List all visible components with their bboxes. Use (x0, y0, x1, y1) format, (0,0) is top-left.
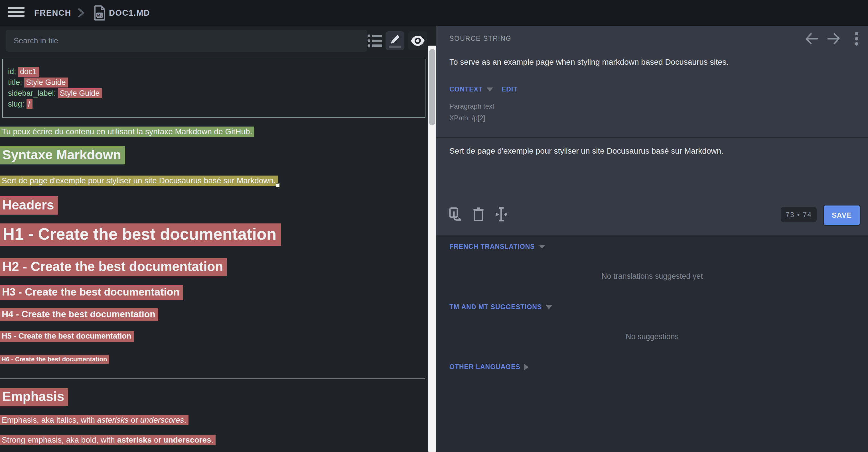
other-languages-caret-icon (524, 364, 528, 370)
edit-context-link[interactable]: EDIT (502, 86, 518, 93)
breadcrumb-file[interactable]: DOC1.MD (109, 0, 150, 26)
paragraph-emphasis: Emphasis, aka italics, with asterisks or… (0, 416, 188, 425)
source-string-label: SOURCE STRING (450, 35, 512, 42)
paragraph-strong: Strong emphasis, aka bold, with asterisk… (0, 435, 216, 445)
heading-syntaxe-markdown: Syntaxe Markdown (0, 147, 125, 162)
source-string-text: To serve as an example page when styling… (450, 58, 728, 67)
pencil-icon (389, 34, 401, 45)
string-h4[interactable]: H4 - Create the best documentation (0, 308, 158, 321)
heading-h1: H1 - Create the best documentation (0, 225, 281, 244)
file-toolbar (0, 26, 436, 59)
horizontal-rule (0, 378, 425, 379)
markdown-badge: M↓ (97, 13, 102, 18)
selection-handle[interactable] (276, 183, 280, 187)
search-input[interactable] (6, 30, 367, 52)
eye-icon (410, 36, 425, 46)
heading-headers: Headers (0, 197, 58, 213)
heading-h6: H6 - Create the best documentation (0, 356, 109, 363)
heading-h2: H2 - Create the best documentation (0, 259, 227, 274)
arrow-right-icon (828, 33, 840, 44)
paragraph-intro: Tu peux écrire du contenu en utilisant l… (0, 127, 254, 136)
context-caret-icon[interactable] (487, 88, 493, 92)
string-h3[interactable]: H3 - Create the best documentation (0, 285, 183, 300)
text-select-button[interactable] (493, 206, 510, 223)
string-h6[interactable]: H6 - Create the best documentation (0, 355, 109, 364)
translation-input[interactable]: Sert de page d'exemple pour styliser un … (450, 147, 854, 203)
save-button[interactable]: SAVE (823, 205, 861, 226)
heading-h4: H4 - Create the best documentation (0, 309, 158, 320)
copy-source-button[interactable] (447, 206, 464, 223)
markdown-file-icon: M↓ (94, 5, 105, 21)
string-h5[interactable]: H5 - Create the best documentation (0, 331, 134, 342)
kebab-menu-icon (855, 32, 858, 45)
frontmatter-line-id: id: doc1 (8, 66, 420, 77)
next-string-button[interactable] (826, 31, 842, 47)
tm-empty-state: No suggestions (436, 332, 868, 341)
string-selected[interactable]: Sert de page d'exemple pour styliser un … (0, 175, 278, 186)
top-bar: FRENCH M↓ DOC1.MD (0, 0, 868, 26)
breadcrumb-project[interactable]: FRENCH (34, 0, 71, 26)
heading-emphasis: Emphasis (0, 389, 68, 404)
section-tm-mt-suggestions[interactable]: TM AND MT SUGGESTIONS (450, 303, 552, 311)
previous-string-button[interactable] (804, 31, 819, 47)
list-icon (368, 34, 382, 47)
string-h2-headers[interactable]: Headers (0, 196, 58, 215)
translations-empty-state: No translations suggested yet (436, 272, 868, 281)
translation-editor-panel: SOURCE STRING To serve as an example pag… (436, 26, 868, 235)
string-frontmatter-slug[interactable]: / (27, 99, 33, 109)
string-list-button[interactable] (366, 31, 384, 50)
context-type: Paragraph text (450, 100, 494, 112)
string-frontmatter-title[interactable]: Style Guide (24, 77, 68, 88)
hamburger-menu-icon[interactable] (8, 7, 25, 19)
translations-caret-icon (539, 245, 545, 249)
string-frontmatter-sidebar-label[interactable]: Style Guide (58, 88, 102, 98)
frontmatter-line-sidebar: sidebar_label: Style Guide (8, 88, 420, 99)
clear-translation-button[interactable] (470, 206, 487, 223)
french-translations-label: FRENCH TRANSLATIONS (450, 243, 535, 251)
string-frontmatter-id[interactable]: doc1 (18, 67, 39, 77)
document-preview: id: doc1 title: Style Guide sidebar_labe… (0, 59, 428, 452)
preview-mode-button[interactable] (408, 31, 427, 50)
other-languages-label: OTHER LANGUAGES (450, 363, 520, 371)
frontmatter-line-title: title: Style Guide (8, 77, 420, 88)
tm-suggestions-label: TM AND MT SUGGESTIONS (450, 303, 542, 311)
pencil-underline (389, 45, 401, 48)
string-h1[interactable]: H1 - Create the best documentation (0, 223, 281, 246)
string-strong[interactable]: Strong emphasis, aka bold, with asterisk… (0, 435, 216, 445)
section-french-translations[interactable]: FRENCH TRANSLATIONS (450, 243, 545, 251)
paragraph-selected: Sert de page d'exemple pour styliser un … (0, 176, 278, 185)
suggestions-panel: FRENCH TRANSLATIONS No translations sugg… (436, 235, 868, 452)
heading-h5: H5 - Create the best documentation (0, 332, 134, 341)
trash-icon (473, 207, 484, 221)
document-scrollbar[interactable] (428, 45, 436, 452)
tm-caret-icon (546, 305, 552, 309)
text-cursor-icon (495, 207, 507, 221)
arrow-left-icon (805, 33, 818, 44)
string-emphasis[interactable]: Emphasis, aka italics, with asterisks or… (0, 415, 188, 425)
frontmatter-block: id: doc1 title: Style Guide sidebar_labe… (2, 59, 426, 118)
string-h2-emphasis[interactable]: Emphasis (0, 388, 68, 406)
string-h2[interactable]: H2 - Create the best documentation (0, 258, 227, 276)
heading-h3: H3 - Create the best documentation (0, 286, 183, 298)
translate-mode-button[interactable] (385, 31, 404, 50)
context-xpath: XPath: /p[2] (450, 112, 494, 124)
string-options-button[interactable] (848, 31, 865, 47)
frontmatter-line-slug: slug: / (8, 99, 420, 109)
context-meta: Paragraph text XPath: /p[2] (450, 100, 494, 124)
string-intro[interactable]: Tu peux écrire du contenu en utilisant l… (0, 127, 254, 137)
breadcrumb-chevron-icon (78, 8, 85, 18)
editor-divider (436, 137, 868, 138)
character-counter: 73 • 74 (781, 207, 817, 222)
context-dropdown[interactable]: CONTEXT (450, 86, 483, 93)
scrollbar-thumb[interactable] (429, 49, 435, 125)
string-h2-syntaxe[interactable]: Syntaxe Markdown (0, 146, 125, 164)
section-other-languages[interactable]: OTHER LANGUAGES (450, 363, 528, 371)
copy-icon (449, 207, 462, 221)
github-markdown-link[interactable]: la syntaxe Markdown de GitHub (137, 127, 250, 136)
